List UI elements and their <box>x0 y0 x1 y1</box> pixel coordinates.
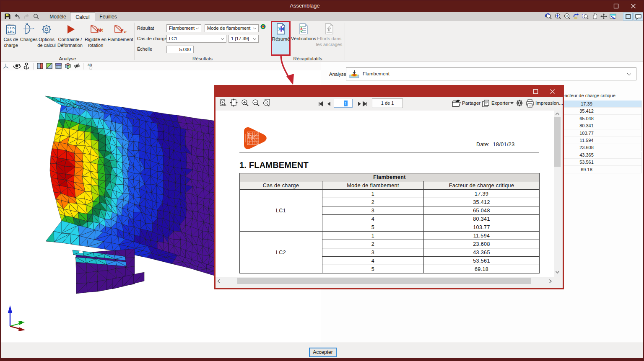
svg-text:x2: x2 <box>566 15 569 18</box>
svg-text:1.6 L: 1.6 L <box>8 30 15 34</box>
svg-text:cr: cr <box>124 30 127 34</box>
svg-text:MΦ: MΦ <box>97 28 103 33</box>
svg-text:α: α <box>121 27 124 32</box>
